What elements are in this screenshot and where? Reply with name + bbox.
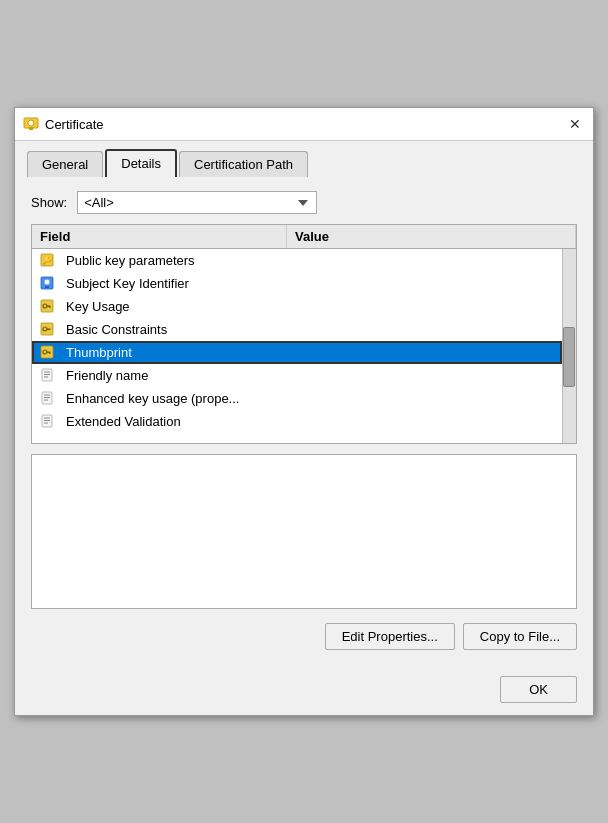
certificate-window: Certificate ✕ General Details Certificat… — [14, 107, 594, 716]
tab-certification-path[interactable]: Certification Path — [179, 151, 308, 177]
row-icon-cell — [32, 413, 62, 429]
row-field: Key Usage — [62, 299, 282, 314]
table-row[interactable]: Extended Validation — [32, 410, 562, 433]
title-icon — [23, 116, 39, 132]
table-row[interactable]: Basic Constraints — [32, 318, 562, 341]
scrollbar-track[interactable] — [562, 249, 576, 443]
row-field: Friendly name — [62, 368, 282, 383]
table-row[interactable]: Key Usage — [32, 295, 562, 318]
svg-rect-7 — [45, 286, 49, 288]
col-value: Value — [287, 225, 576, 248]
cert-icon — [39, 275, 55, 291]
tab-bar: General Details Certification Path — [15, 141, 593, 177]
tab-general[interactable]: General — [27, 151, 103, 177]
svg-rect-18 — [49, 353, 51, 355]
thumbprint-icon — [39, 344, 55, 360]
row-icon-cell: 🔑 — [32, 252, 62, 268]
value-display-box — [31, 454, 577, 609]
table-row[interactable]: Enhanced key usage (prope... — [32, 387, 562, 410]
col-field: Field — [32, 225, 287, 248]
row-icon-cell — [32, 367, 62, 383]
row-field: Basic Constraints — [62, 322, 282, 337]
field-table: Field Value 🔑 — [31, 224, 577, 444]
svg-rect-2 — [29, 127, 33, 130]
row-icon-cell — [32, 344, 62, 360]
svg-point-1 — [28, 120, 34, 126]
svg-point-6 — [45, 280, 50, 285]
row-field: Thumbprint — [62, 345, 282, 360]
svg-text:🔑: 🔑 — [42, 255, 52, 265]
close-button[interactable]: ✕ — [565, 114, 585, 134]
window-title: Certificate — [45, 117, 104, 132]
table-body: 🔑 Public key parameters — [32, 249, 576, 443]
row-field: Enhanced key usage (prope... — [62, 391, 282, 406]
ok-row: OK — [15, 668, 593, 715]
tab-details[interactable]: Details — [105, 149, 177, 177]
table-header: Field Value — [32, 225, 576, 249]
table-row[interactable]: Subject Key Identifier — [32, 272, 562, 295]
action-buttons: Edit Properties... Copy to File... — [31, 619, 577, 654]
row-field: Subject Key Identifier — [62, 276, 282, 291]
show-select[interactable]: <All> Version 1 Fields Only Extensions O… — [77, 191, 317, 214]
doc-icon — [39, 413, 55, 429]
basic-constraints-icon — [39, 321, 55, 337]
show-label: Show: — [31, 195, 67, 210]
key-usage-icon — [39, 298, 55, 314]
scrollbar-thumb[interactable] — [563, 327, 575, 387]
row-field: Extended Validation — [62, 414, 282, 429]
doc-icon — [39, 367, 55, 383]
row-icon-cell — [32, 390, 62, 406]
doc-icon — [39, 390, 55, 406]
svg-rect-11 — [49, 307, 51, 309]
svg-rect-14 — [47, 329, 51, 331]
show-row: Show: <All> Version 1 Fields Only Extens… — [31, 191, 577, 214]
key-icon: 🔑 — [39, 252, 55, 268]
table-rows: 🔑 Public key parameters — [32, 249, 562, 443]
title-bar: Certificate ✕ — [15, 108, 593, 141]
main-content: Show: <All> Version 1 Fields Only Extens… — [15, 177, 593, 668]
table-row-thumbprint[interactable]: Thumbprint — [32, 341, 562, 364]
row-icon-cell — [32, 321, 62, 337]
table-row[interactable]: 🔑 Public key parameters — [32, 249, 562, 272]
row-icon-cell — [32, 298, 62, 314]
ok-button[interactable]: OK — [500, 676, 577, 703]
copy-to-file-button[interactable]: Copy to File... — [463, 623, 577, 650]
row-icon-cell — [32, 275, 62, 291]
table-row[interactable]: Friendly name — [32, 364, 562, 387]
title-bar-left: Certificate — [23, 116, 104, 132]
edit-properties-button[interactable]: Edit Properties... — [325, 623, 455, 650]
row-field: Public key parameters — [62, 253, 282, 268]
